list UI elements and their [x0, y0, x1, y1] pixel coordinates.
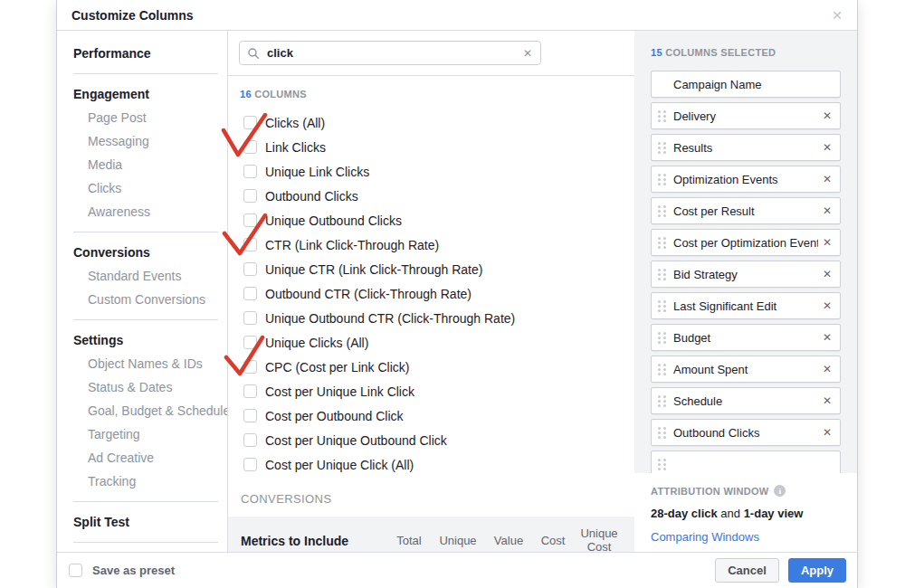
checkbox[interactable]: [243, 165, 257, 178]
selected-column-card[interactable]: Outbound Clicks✕: [651, 419, 841, 446]
save-as-preset-control[interactable]: Save as preset: [68, 564, 175, 577]
search-input[interactable]: [265, 45, 523, 61]
column-option[interactable]: Unique Outbound Clicks: [239, 208, 624, 232]
checkbox[interactable]: [243, 360, 257, 374]
results-count-label: 16 COLUMNS: [240, 89, 624, 100]
sidebar-item-split-test[interactable]: Split Test: [73, 510, 227, 534]
column-option[interactable]: Outbound Clicks: [239, 184, 624, 208]
metrics-col-value: Value: [488, 534, 529, 547]
column-option[interactable]: Cost per Unique Click (All): [239, 452, 624, 477]
column-option[interactable]: Outbound CTR (Click-Through Rate): [239, 281, 624, 306]
remove-column-icon[interactable]: ✕: [823, 331, 832, 344]
sidebar-item-goal-budget-schedule[interactable]: Goal, Budget & Schedule: [73, 399, 227, 422]
sidebar-item-awareness[interactable]: Awareness: [73, 200, 227, 223]
sidebar-item-performance[interactable]: Performance: [73, 42, 227, 65]
selected-column-card[interactable]: Results✕: [651, 134, 841, 161]
sidebar-item-targeting[interactable]: Targeting: [73, 422, 227, 446]
column-option[interactable]: Cost per Unique Outbound Click: [239, 428, 624, 452]
drag-handle-icon[interactable]: [658, 364, 666, 375]
checkbox[interactable]: [243, 458, 257, 471]
drag-handle-icon[interactable]: [658, 237, 666, 249]
checkbox[interactable]: [243, 262, 257, 276]
remove-column-icon[interactable]: ✕: [823, 363, 832, 375]
remove-column-icon[interactable]: ✕: [823, 236, 832, 249]
sidebar-item-page-post[interactable]: Page Post: [73, 106, 227, 129]
checkbox[interactable]: [243, 189, 257, 203]
checkbox[interactable]: [243, 238, 257, 251]
drag-handle-icon[interactable]: [658, 142, 666, 154]
sidebar-item-media[interactable]: Media: [73, 153, 227, 176]
sidebar-item-clicks[interactable]: Clicks: [73, 176, 227, 200]
drag-handle-icon[interactable]: [658, 269, 666, 280]
selected-column-card[interactable]: Cost per Result✕: [651, 197, 841, 224]
checkbox[interactable]: [243, 311, 257, 325]
remove-column-icon[interactable]: ✕: [823, 109, 832, 122]
comparing-windows-link[interactable]: Comparing Windows: [651, 530, 841, 544]
checkbox[interactable]: [243, 433, 257, 447]
checkbox[interactable]: [243, 384, 257, 398]
selected-column-card[interactable]: Amount Spent✕: [651, 356, 841, 383]
drag-handle-icon[interactable]: [658, 174, 666, 185]
checkbox[interactable]: [243, 213, 257, 227]
column-option[interactable]: CTR (Link Click-Through Rate): [239, 232, 624, 257]
sidebar-item-custom-conversions[interactable]: Custom Conversions: [73, 288, 227, 311]
column-option[interactable]: CPC (Cost per Link Click): [239, 355, 624, 379]
column-option-label: Outbound CTR (Click-Through Rate): [265, 287, 472, 301]
remove-column-icon[interactable]: ✕: [823, 268, 832, 280]
column-option[interactable]: Clicks (All): [239, 110, 624, 135]
selected-column-card[interactable]: Budget✕: [651, 324, 841, 351]
column-option-label: Outbound Clicks: [265, 189, 358, 204]
sidebar-item-tracking[interactable]: Tracking: [73, 469, 227, 493]
column-option[interactable]: Unique CTR (Link Click-Through Rate): [239, 257, 624, 281]
sidebar-item-settings[interactable]: Settings: [73, 328, 227, 352]
apply-button[interactable]: Apply: [788, 558, 846, 583]
sidebar-item-standard-events[interactable]: Standard Events: [73, 264, 227, 288]
drag-handle-icon[interactable]: [658, 459, 666, 470]
drag-handle-icon[interactable]: [658, 300, 666, 312]
checkbox[interactable]: [243, 116, 257, 129]
search-box[interactable]: ✕: [239, 41, 541, 65]
checkbox[interactable]: [243, 287, 257, 300]
remove-column-icon[interactable]: ✕: [823, 173, 832, 185]
selected-column-card[interactable]: Schedule✕: [651, 387, 841, 414]
selected-column-card[interactable]: Bid Strategy✕: [651, 261, 841, 288]
sidebar-item-ad-creative[interactable]: Ad Creative: [73, 446, 227, 469]
selected-column-card[interactable]: Cost per Optimization Event✕: [651, 229, 841, 256]
dialog-footer: Save as preset Cancel Apply: [57, 552, 857, 588]
checkbox[interactable]: [243, 140, 257, 154]
selected-column-card[interactable]: Delivery✕: [651, 102, 841, 129]
sidebar-item-status-dates[interactable]: Status & Dates: [73, 375, 227, 399]
column-option[interactable]: Unique Link Clicks: [239, 159, 624, 184]
column-option[interactable]: Cost per Unique Link Click: [239, 379, 624, 403]
close-icon[interactable]: ✕: [832, 9, 843, 22]
search-icon: [248, 48, 259, 59]
drag-handle-icon[interactable]: [658, 110, 666, 122]
drag-handle-icon[interactable]: [658, 427, 666, 439]
info-icon[interactable]: i: [774, 485, 786, 497]
drag-handle-icon[interactable]: [658, 205, 666, 217]
selected-column-card[interactable]: Last Significant Edit✕: [651, 292, 841, 319]
save-as-preset-checkbox[interactable]: [69, 564, 82, 577]
clear-search-icon[interactable]: ✕: [523, 47, 532, 60]
sidebar-item-conversions[interactable]: Conversions: [73, 241, 227, 264]
sidebar-item-messaging[interactable]: Messaging: [73, 129, 227, 153]
cancel-button[interactable]: Cancel: [715, 558, 779, 583]
drag-handle-icon[interactable]: [658, 332, 666, 344]
selected-column-card-partial[interactable]: [651, 450, 841, 473]
remove-column-icon[interactable]: ✕: [823, 426, 832, 439]
checkbox[interactable]: [243, 336, 257, 349]
remove-column-icon[interactable]: ✕: [823, 394, 832, 407]
checkbox[interactable]: [243, 409, 257, 422]
selected-column-card[interactable]: Optimization Events✕: [651, 166, 841, 193]
column-option[interactable]: Cost per Outbound Click: [239, 403, 624, 428]
drag-handle-icon[interactable]: [658, 395, 666, 407]
column-option[interactable]: Unique Outbound CTR (Click-Through Rate): [239, 306, 624, 330]
remove-column-icon[interactable]: ✕: [823, 204, 832, 217]
metrics-col-unique-cost: Unique Cost: [576, 527, 622, 552]
sidebar-item-object-names-ids[interactable]: Object Names & IDs: [73, 352, 227, 375]
column-option[interactable]: Unique Clicks (All): [239, 330, 624, 355]
remove-column-icon[interactable]: ✕: [823, 141, 832, 154]
sidebar-item-engagement[interactable]: Engagement: [73, 82, 227, 106]
column-option[interactable]: Link Clicks: [239, 135, 624, 159]
remove-column-icon[interactable]: ✕: [823, 299, 832, 312]
